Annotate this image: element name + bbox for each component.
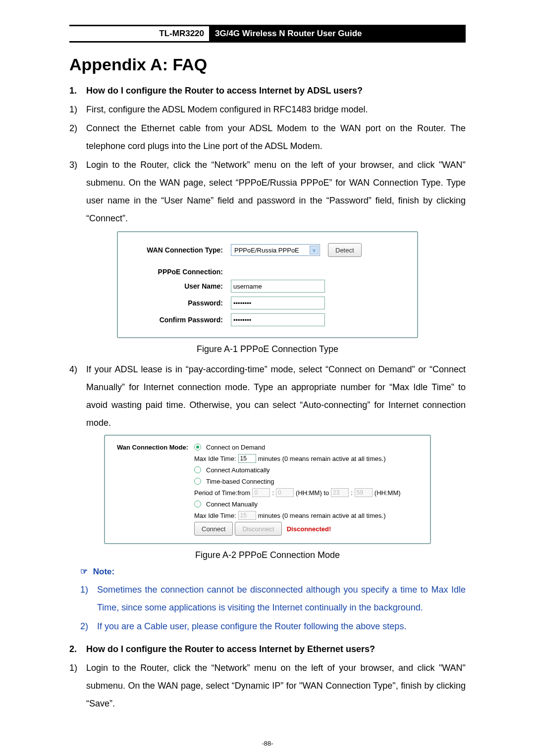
opt-demand: Connect on Demand [206, 444, 265, 451]
pppoe-section-label: PPPoE Connection: [129, 268, 231, 276]
username-input[interactable] [231, 280, 325, 293]
hhmm-to: (HH:MM) to [296, 489, 329, 497]
connect-button[interactable]: Connect [194, 522, 233, 536]
username-label: User Name: [129, 282, 231, 290]
question-1: 1. How do I configure the Router to acce… [69, 82, 466, 100]
wan-type-label: WAN Connection Type: [129, 246, 231, 254]
opt-manual: Connect Manually [206, 501, 258, 508]
header-title: 3G/4G Wireless N Router User Guide [209, 26, 466, 41]
connection-status: Disconnected! [287, 525, 331, 533]
page-title: Appendix A: FAQ [69, 55, 466, 74]
period-from-mm[interactable] [276, 488, 294, 497]
radio-connect-manually[interactable] [194, 501, 201, 507]
wan-type-select[interactable]: PPPoE/Russia PPPoE v [231, 244, 320, 256]
figure-a1: WAN Connection Type: PPPoE/Russia PPPoE … [117, 231, 418, 338]
confirm-password-label: Confirm Password: [129, 316, 231, 324]
max-idle-input-2[interactable] [238, 511, 256, 520]
note-item-2: 2) If you are a Cable user, please confi… [80, 617, 466, 635]
header-model: TL-MR3220 [69, 26, 209, 41]
opt-time: Time-based Connecting [206, 478, 274, 485]
max-idle-suffix-1: minutes (0 means remain active at all ti… [258, 455, 386, 462]
q2-step-1: 1) Login to the Router, click the “Netwo… [69, 659, 466, 712]
max-idle-label-1: Max Idle Time: [194, 455, 236, 462]
radio-time-based[interactable] [194, 478, 201, 485]
page-number: -88- [69, 740, 466, 747]
password-label: Password: [129, 299, 231, 307]
period-from-hh[interactable] [252, 488, 270, 497]
wan-type-value: PPPoE/Russia PPPoE [234, 247, 299, 254]
q1-step-2: 2) Connect the Ethernet cable from your … [69, 119, 466, 155]
confirm-password-input[interactable] [231, 313, 325, 326]
figure-a1-caption: Figure A-1 PPPoE Connection Type [69, 344, 466, 354]
figure-a2-caption: Figure A-2 PPPoE Connection Mode [69, 550, 466, 560]
max-idle-input-1[interactable] [238, 454, 256, 463]
wan-mode-label: Wan Connection Mode: [114, 444, 194, 451]
radio-connect-auto[interactable] [194, 466, 201, 473]
disconnect-button[interactable]: Disconnect [235, 522, 281, 536]
password-input[interactable] [231, 297, 325, 309]
radio-connect-on-demand[interactable] [194, 444, 201, 451]
max-idle-suffix-2: minutes (0 means remain active at all ti… [258, 512, 386, 519]
question-2: 2. How do I configure the Router to acce… [69, 640, 466, 658]
chevron-down-icon: v [310, 246, 319, 254]
detect-button[interactable]: Detect [328, 243, 362, 257]
figure-a2: Wan Connection Mode: Connect on Demand M… [104, 435, 431, 544]
period-label: Period of Time:from [194, 489, 250, 497]
period-to-mm[interactable] [355, 488, 373, 497]
q1-step-1: 1) First, configure the ADSL Modem confi… [69, 101, 466, 118]
q1-step-3: 3) Login to the Router, click the “Netwo… [69, 156, 466, 227]
opt-auto: Connect Automatically [206, 466, 270, 474]
max-idle-label-2: Max Idle Time: [194, 512, 236, 519]
q1-step-4: 4) If your ADSL lease is in “pay-accordi… [69, 360, 466, 432]
pointer-icon: ☞ [80, 566, 88, 577]
doc-header: TL-MR3220 3G/4G Wireless N Router User G… [69, 25, 466, 43]
period-to-hh[interactable] [331, 488, 349, 497]
note-item-1: 1) Sometimes the connection cannot be di… [80, 581, 466, 616]
note-heading: ☞ Note: [80, 566, 466, 577]
hhmm: (HH:MM) [374, 489, 401, 497]
